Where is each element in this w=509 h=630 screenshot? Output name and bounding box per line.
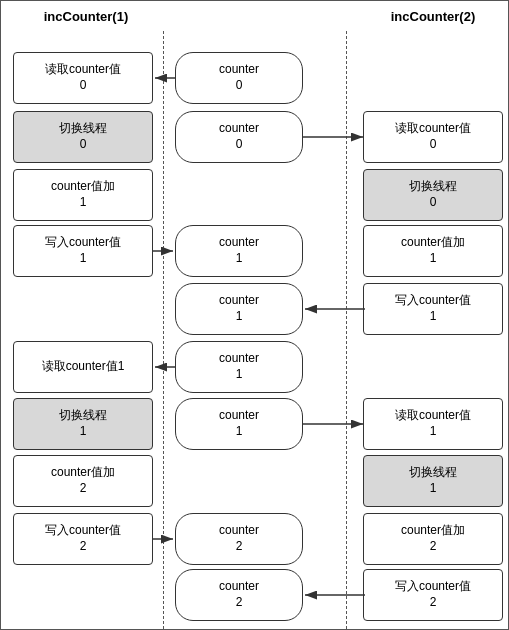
bubble-7: counter2 (175, 513, 303, 565)
right-action-7: counter值加2 (363, 513, 503, 565)
left-action-4: 写入counter值1 (13, 225, 153, 277)
bubble-6: counter1 (175, 398, 303, 450)
left-action-1: 读取counter值0 (13, 52, 153, 104)
diagram: incCounter(1) incCounter(2) 读取counter值0 … (0, 0, 509, 630)
bubble-2: counter0 (175, 111, 303, 163)
right-action-2: 切换线程0 (363, 169, 503, 221)
right-action-3: counter值加1 (363, 225, 503, 277)
right-action-8: 写入counter值2 (363, 569, 503, 621)
bubble-5: counter1 (175, 341, 303, 393)
dashed-line-left (163, 31, 164, 629)
left-action-7: counter值加2 (13, 455, 153, 507)
bubble-8: counter2 (175, 569, 303, 621)
left-action-3: counter值加1 (13, 169, 153, 221)
left-action-2: 切换线程0 (13, 111, 153, 163)
bubble-3: counter1 (175, 225, 303, 277)
left-action-6: 切换线程1 (13, 398, 153, 450)
dashed-line-right (346, 31, 347, 629)
left-action-5: 读取counter值1 (13, 341, 153, 393)
left-action-8: 写入counter值2 (13, 513, 153, 565)
right-action-5: 读取counter值1 (363, 398, 503, 450)
left-header: incCounter(1) (11, 9, 161, 24)
right-action-1: 读取counter值0 (363, 111, 503, 163)
right-action-6: 切换线程1 (363, 455, 503, 507)
bubble-4: counter1 (175, 283, 303, 335)
right-header: incCounter(2) (363, 9, 503, 24)
bubble-1: counter0 (175, 52, 303, 104)
right-action-4: 写入counter值1 (363, 283, 503, 335)
